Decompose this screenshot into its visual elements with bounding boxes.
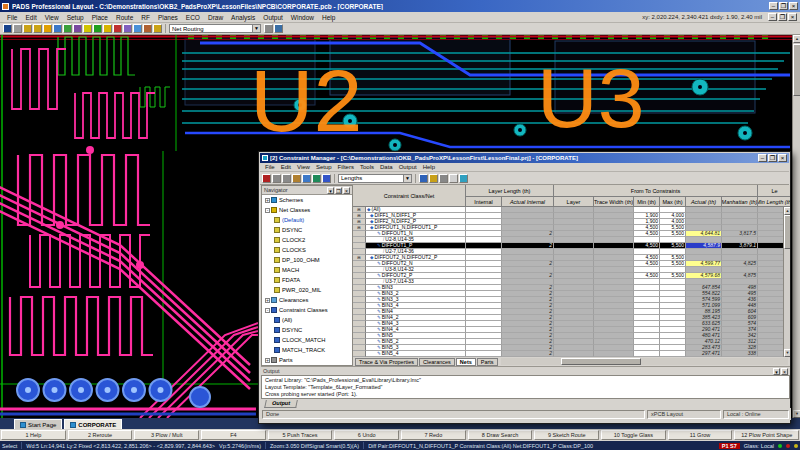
grid-column-header[interactable]: Actual Internal xyxy=(502,197,554,207)
scroll-down-icon[interactable]: ▼ xyxy=(793,410,800,418)
menu-planes[interactable]: Planes xyxy=(154,13,182,22)
place-part-icon[interactable] xyxy=(43,24,52,33)
tree-expand-icon[interactable]: - xyxy=(265,308,270,313)
scroll-up-icon[interactable]: ▲ xyxy=(793,35,800,43)
scroll-down-icon[interactable]: ▼ xyxy=(784,349,790,357)
cm-menu-output[interactable]: Output xyxy=(396,164,420,170)
minimize-button[interactable]: – xyxy=(769,2,778,10)
paste-icon[interactable] xyxy=(292,174,301,183)
fkey-5-push-traces[interactable]: 5 Push Traces xyxy=(268,430,333,440)
copy-icon[interactable] xyxy=(282,174,291,183)
undo-icon[interactable] xyxy=(23,24,32,33)
grid-icon[interactable] xyxy=(63,24,72,33)
menu-route[interactable]: Route xyxy=(112,13,137,22)
palette-icon[interactable] xyxy=(439,174,448,183)
grid-column-header[interactable]: Trace Width (th) xyxy=(594,197,634,207)
grid-column-header[interactable]: Actual (th) xyxy=(686,197,722,207)
export-icon[interactable] xyxy=(153,24,162,33)
nav-item-match-track[interactable]: MATCH_TRACK xyxy=(262,345,352,355)
cm-menu-help[interactable]: Help xyxy=(420,164,438,170)
grid-vertical-scrollbar[interactable]: ▲ ▼ xyxy=(783,207,790,357)
save-icon[interactable] xyxy=(3,24,12,33)
menu-edit[interactable]: Edit xyxy=(21,13,40,22)
scrollbar-thumb[interactable] xyxy=(561,358,641,365)
close-icon[interactable]: × xyxy=(781,368,788,375)
tree-expand-icon[interactable]: + xyxy=(265,198,270,203)
menu-view[interactable]: View xyxy=(41,13,63,22)
mdi-restore-button[interactable]: ❐ xyxy=(778,13,787,21)
nav-item-constraint-classes[interactable]: -Constraint Classes xyxy=(262,305,352,315)
nav-item-clock2[interactable]: CLOCK2 xyxy=(262,235,352,245)
menu-rf[interactable]: RF xyxy=(137,13,154,22)
drc-icon[interactable] xyxy=(113,24,122,33)
fkey-6-undo[interactable]: 6 Undo xyxy=(334,430,399,440)
scrollbar-thumb[interactable] xyxy=(793,44,800,96)
nav-item-dp-100-ohm[interactable]: DP_100_OHM xyxy=(262,255,352,265)
layers-icon[interactable] xyxy=(73,24,82,33)
grid-column-header[interactable]: Layer xyxy=(554,197,594,207)
scrollbar-thumb[interactable] xyxy=(784,215,790,249)
nav-item-dsync[interactable]: DSYNC xyxy=(262,225,352,235)
menu-analysis[interactable]: Analysis xyxy=(227,13,259,22)
diamond-yellow-icon[interactable] xyxy=(103,24,112,33)
nav-item--default-[interactable]: (Default) xyxy=(262,215,352,225)
cm-menu-data[interactable]: Data xyxy=(377,164,396,170)
grid-column-header[interactable]: Internal xyxy=(466,197,502,207)
fkey-7-redo[interactable]: 7 Redo xyxy=(401,430,466,440)
menu-setup[interactable]: Setup xyxy=(63,13,88,22)
sheet-tab-clearances[interactable]: Clearances xyxy=(419,358,455,366)
scroll-up-icon[interactable]: ▲ xyxy=(784,207,790,215)
mdi-minimize-button[interactable]: – xyxy=(768,13,777,21)
measure-icon[interactable] xyxy=(123,24,132,33)
doc-tab-start-page[interactable]: Start Page xyxy=(14,419,62,429)
nav-item-clock-match[interactable]: CLOCK_MATCH xyxy=(262,335,352,345)
cm-menu-tools[interactable]: Tools xyxy=(357,164,377,170)
fkey-1-help[interactable]: 1 Help xyxy=(1,430,66,440)
nav-item-pwr-020-mil[interactable]: PWR_020_MIL xyxy=(262,285,352,295)
cm-menu-filters[interactable]: Filters xyxy=(335,164,357,170)
grid-column-header[interactable]: Max (th) xyxy=(660,197,686,207)
menu-window[interactable]: Window xyxy=(287,13,318,22)
tree-expand-icon[interactable]: + xyxy=(265,298,270,303)
fkey-2-reroute[interactable]: 2 Reroute xyxy=(68,430,133,440)
output-tab[interactable]: Output xyxy=(264,400,298,408)
menu-draw[interactable]: Draw xyxy=(204,13,227,22)
chevron-down-icon[interactable]: ▼ xyxy=(403,175,411,182)
cm-menu-setup[interactable]: Setup xyxy=(313,164,335,170)
nav-item-dsync[interactable]: DSYNC xyxy=(262,325,352,335)
nav-item-net-classes[interactable]: -Net Classes xyxy=(262,205,352,215)
sheet-tab-parts[interactable]: Parts xyxy=(477,358,498,366)
tree-expand-icon[interactable]: + xyxy=(265,358,270,363)
grid-column-header[interactable]: Min Length (th) xyxy=(758,197,790,207)
print-icon[interactable] xyxy=(13,24,22,33)
redo-icon[interactable] xyxy=(33,24,42,33)
nav-item-clearances[interactable]: +Clearances xyxy=(262,295,352,305)
nav-item-mach[interactable]: MACH xyxy=(262,265,352,275)
edit-icon[interactable] xyxy=(449,174,458,183)
sync-icon[interactable] xyxy=(459,174,468,183)
tree-expand-icon[interactable]: - xyxy=(265,208,270,213)
menu-output[interactable]: Output xyxy=(259,13,287,22)
canvas-vertical-scrollbar[interactable]: ▲ ▼ xyxy=(792,35,800,418)
netlist-icon[interactable] xyxy=(133,24,142,33)
float-icon[interactable]: ❐ xyxy=(335,187,342,194)
fkey-12-plow-point-shape[interactable]: 12 Plow Point Shape xyxy=(734,430,799,440)
menu-file[interactable]: File xyxy=(3,13,21,22)
fkey-f4[interactable]: F4 xyxy=(201,430,266,440)
pin-icon[interactable]: ▾ xyxy=(327,187,334,194)
restore-button[interactable]: ❐ xyxy=(779,2,788,10)
cm-menu-edit[interactable]: Edit xyxy=(278,164,294,170)
cut-icon[interactable] xyxy=(272,174,281,183)
fkey-8-draw-search[interactable]: 8 Draw Search xyxy=(468,430,533,440)
fkey-3-plow-mult[interactable]: 3 Plow / Mult xyxy=(134,430,199,440)
new-window-icon[interactable] xyxy=(419,174,428,183)
output-pane[interactable]: Central Library: "C:\Pads_Professional_E… xyxy=(261,375,790,399)
bookmark-icon[interactable] xyxy=(429,174,438,183)
sheet-tab-trace-via-properties[interactable]: Trace & Via Properties xyxy=(355,358,418,366)
menu-place[interactable]: Place xyxy=(88,13,112,22)
menu-help[interactable]: Help xyxy=(318,13,339,22)
hazard-icon[interactable] xyxy=(83,24,92,33)
mdi-close-button[interactable]: × xyxy=(788,13,797,21)
close-icon[interactable]: × xyxy=(343,187,350,194)
cm-minimize-button[interactable]: – xyxy=(758,154,767,162)
